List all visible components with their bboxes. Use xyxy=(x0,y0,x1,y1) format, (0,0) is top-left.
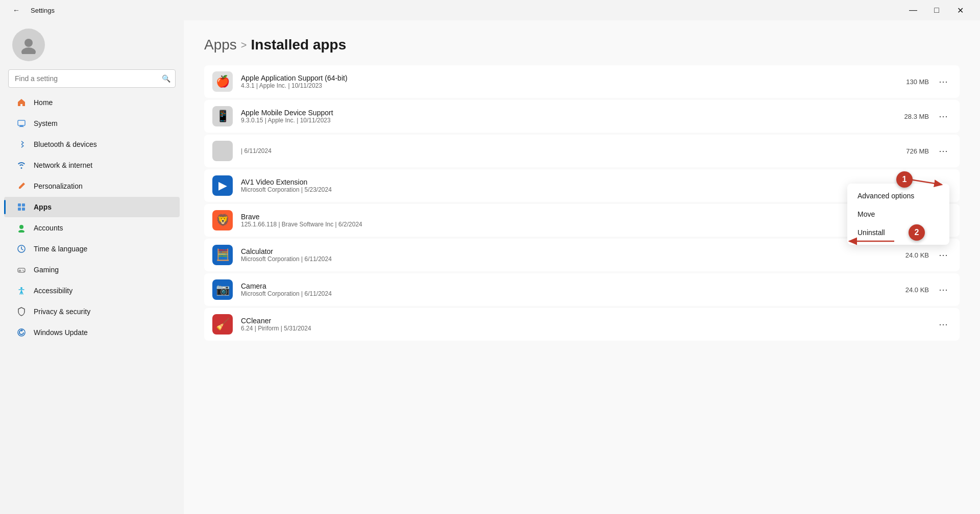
sidebar-item-label-update: Windows Update xyxy=(34,328,88,337)
app-name: CCleaner xyxy=(241,317,929,325)
context-menu-item-advanced-options[interactable]: Advanced options xyxy=(847,187,949,205)
privacy-icon xyxy=(16,306,27,317)
bluetooth-icon xyxy=(16,139,27,149)
app-info: CameraMicrosoft Corporation | 6/11/2024 xyxy=(241,282,905,297)
app-icon: 📱 xyxy=(212,106,233,126)
app-menu-button[interactable]: ⋯ xyxy=(935,281,951,298)
app-icon: 📷 xyxy=(212,279,233,300)
app-info: CalculatorMicrosoft Corporation | 6/11/2… xyxy=(241,247,905,263)
app-menu-button[interactable]: ⋯ xyxy=(935,143,951,159)
svg-point-10 xyxy=(18,230,24,233)
sidebar-item-label-gaming: Gaming xyxy=(34,266,59,274)
home-icon xyxy=(16,97,27,108)
sidebar-item-apps[interactable]: Apps xyxy=(4,197,180,217)
svg-point-14 xyxy=(23,271,24,272)
context-menu-item-uninstall[interactable]: Uninstall xyxy=(847,223,949,242)
app-name: Brave xyxy=(241,213,929,221)
back-button[interactable]: ← xyxy=(8,2,24,18)
avatar xyxy=(12,29,45,61)
network-icon xyxy=(16,160,27,170)
svg-point-1 xyxy=(21,47,36,54)
annotation-circle-2: 2 xyxy=(909,224,925,241)
app-meta: 9.3.0.15 | Apple Inc. | 10/11/2023 xyxy=(241,117,904,124)
sidebar-item-accessibility[interactable]: Accessibility xyxy=(4,280,180,301)
app-row: 🦁Brave125.1.66.118 | Brave Software Inc … xyxy=(204,204,960,237)
app-info: Apple Mobile Device Support9.3.0.15 | Ap… xyxy=(241,109,904,124)
sidebar-item-label-personalization: Personalization xyxy=(34,182,83,190)
svg-rect-6 xyxy=(22,203,25,207)
app-icon: 🧹 xyxy=(212,314,233,335)
svg-point-15 xyxy=(20,287,22,289)
annotation-circle-1: 1 xyxy=(896,171,913,188)
app-info: Apple Application Support (64-bit)4.3.1 … xyxy=(241,74,906,89)
sidebar-item-label-bluetooth: Bluetooth & devices xyxy=(34,140,97,148)
sidebar: 🔍 HomeSystemBluetooth & devicesNetwork &… xyxy=(0,20,184,514)
sidebar-item-label-home: Home xyxy=(34,98,53,107)
app-menu-button[interactable]: ⋯ xyxy=(935,73,951,90)
app-info: | 6/11/2024 xyxy=(241,147,906,155)
app-row: ▶AV1 Video ExtensionMicrosoft Corporatio… xyxy=(204,169,960,202)
svg-rect-7 xyxy=(18,208,21,211)
app-menu-button[interactable]: ⋯ xyxy=(935,316,951,332)
app-icon: 🍎 xyxy=(212,71,233,92)
search-icon: 🔍 xyxy=(162,74,170,83)
app-icon: 🧮 xyxy=(212,245,233,265)
app-name: Apple Application Support (64-bit) xyxy=(241,74,906,82)
nav-list: HomeSystemBluetooth & devicesNetwork & i… xyxy=(0,92,184,343)
app-body: 🔍 HomeSystemBluetooth & devicesNetwork &… xyxy=(0,20,980,514)
system-icon xyxy=(16,118,27,128)
sidebar-item-home[interactable]: Home xyxy=(4,92,180,113)
app-size: 24.0 KB xyxy=(905,286,929,294)
update-icon xyxy=(16,327,27,338)
app-meta: 6.24 | Piriform | 5/31/2024 xyxy=(241,325,929,332)
svg-point-13 xyxy=(22,270,23,271)
app-icon xyxy=(212,141,233,161)
sidebar-item-bluetooth[interactable]: Bluetooth & devices xyxy=(4,134,180,155)
personalization-icon xyxy=(16,181,27,191)
app-name: Apple Mobile Device Support xyxy=(241,109,904,117)
app-row: 🧮CalculatorMicrosoft Corporation | 6/11/… xyxy=(204,239,960,271)
sidebar-item-gaming[interactable]: Gaming xyxy=(4,260,180,280)
svg-rect-3 xyxy=(20,125,23,126)
accessibility-icon xyxy=(16,286,27,296)
sidebar-item-label-accounts: Accounts xyxy=(34,224,63,232)
search-input[interactable] xyxy=(8,69,176,88)
app-row: 🍎Apple Application Support (64-bit)4.3.1… xyxy=(204,65,960,98)
svg-point-9 xyxy=(19,225,23,229)
app-row: 🧹CCleaner6.24 | Piriform | 5/31/2024⋯ xyxy=(204,308,960,341)
apps-icon xyxy=(16,202,27,212)
context-menu-item-move[interactable]: Move xyxy=(847,205,949,223)
sidebar-item-system[interactable]: System xyxy=(4,113,180,134)
context-menu: Advanced optionsMoveUninstall xyxy=(847,184,949,245)
sidebar-item-timelanguage[interactable]: Time & language xyxy=(4,239,180,259)
breadcrumb-separator: > xyxy=(241,39,247,51)
app-row: 📷CameraMicrosoft Corporation | 6/11/2024… xyxy=(204,273,960,306)
app-menu-button[interactable]: ⋯ xyxy=(935,247,951,263)
app-title: Settings xyxy=(31,7,895,14)
app-meta: Microsoft Corporation | 5/23/2024 xyxy=(241,186,929,193)
page-title: Installed apps xyxy=(251,37,347,53)
sidebar-item-label-privacy: Privacy & security xyxy=(34,307,90,316)
sidebar-item-personalization[interactable]: Personalization xyxy=(4,176,180,196)
app-menu-button[interactable]: ⋯ xyxy=(935,108,951,124)
sidebar-item-privacy[interactable]: Privacy & security xyxy=(4,301,180,322)
sidebar-item-label-apps: Apps xyxy=(34,203,52,211)
sidebar-item-accounts[interactable]: Accounts xyxy=(4,218,180,238)
app-icon: 🦁 xyxy=(212,210,233,230)
breadcrumb-parent[interactable]: Apps xyxy=(204,37,237,53)
app-meta: 125.1.66.118 | Brave Software Inc | 6/2/… xyxy=(241,221,929,228)
sidebar-item-update[interactable]: Windows Update xyxy=(4,322,180,343)
window-controls: — □ ✕ xyxy=(901,2,972,18)
sidebar-item-network[interactable]: Network & internet xyxy=(4,155,180,175)
app-name: Calculator xyxy=(241,247,905,255)
app-meta: Microsoft Corporation | 6/11/2024 xyxy=(241,255,905,263)
minimize-button[interactable]: — xyxy=(901,2,925,18)
maximize-button[interactable]: □ xyxy=(925,2,948,18)
app-list: 🍎Apple Application Support (64-bit)4.3.1… xyxy=(204,65,960,343)
search-box[interactable]: 🔍 xyxy=(8,69,176,88)
app-row: 📱Apple Mobile Device Support9.3.0.15 | A… xyxy=(204,100,960,133)
close-button[interactable]: ✕ xyxy=(948,2,972,18)
page-header: Apps > Installed apps xyxy=(204,20,960,65)
app-row: | 6/11/2024726 MB⋯ xyxy=(204,135,960,167)
svg-rect-5 xyxy=(18,203,21,207)
